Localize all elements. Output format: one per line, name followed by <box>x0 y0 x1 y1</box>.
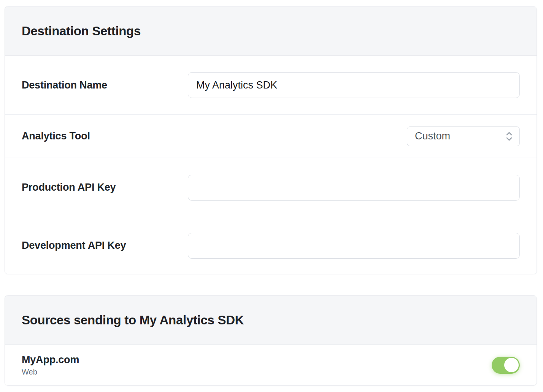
sources-title: Sources sending to My Analytics SDK <box>22 313 244 327</box>
source-enabled-toggle[interactable] <box>492 357 520 374</box>
destination-settings-card: Destination Settings Destination Name An… <box>5 6 537 274</box>
field-row-destination-name: Destination Name <box>5 56 537 115</box>
field-row-development-api-key: Development API Key <box>5 217 537 274</box>
settings-page: Destination Settings Destination Name An… <box>0 6 543 392</box>
destination-settings-title: Destination Settings <box>22 24 141 38</box>
production-api-key-input[interactable] <box>188 175 520 201</box>
destination-name-input[interactable] <box>188 72 520 98</box>
production-api-key-label: Production API Key <box>22 182 188 193</box>
source-platform: Web <box>22 368 79 376</box>
development-api-key-label: Development API Key <box>22 240 188 251</box>
toggle-knob <box>504 358 519 372</box>
analytics-tool-label: Analytics Tool <box>22 130 188 142</box>
sources-header: Sources sending to My Analytics SDK <box>5 296 537 345</box>
analytics-tool-select[interactable]: Custom <box>407 126 520 146</box>
destination-name-label: Destination Name <box>22 79 188 91</box>
source-name: MyApp.com <box>22 354 79 366</box>
chevron-up-down-icon <box>505 131 513 142</box>
source-row-myapp: MyApp.com Web <box>5 345 537 385</box>
field-row-production-api-key: Production API Key <box>5 158 537 217</box>
destination-settings-header: Destination Settings <box>5 6 537 56</box>
development-api-key-input[interactable] <box>188 233 520 259</box>
field-row-analytics-tool: Analytics Tool Custom <box>5 115 537 158</box>
source-info: MyApp.com Web <box>22 354 79 376</box>
sources-card: Sources sending to My Analytics SDK MyAp… <box>5 295 537 386</box>
analytics-tool-selected-value: Custom <box>415 130 450 142</box>
